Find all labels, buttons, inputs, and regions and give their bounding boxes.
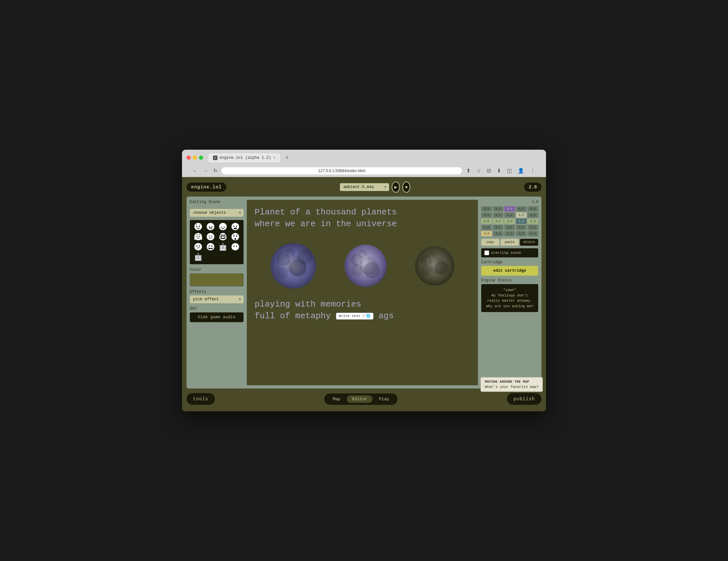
minimize-window-button[interactable] xyxy=(193,156,197,160)
paste-button[interactable]: paste xyxy=(501,239,519,246)
back-button[interactable]: ← xyxy=(191,167,199,175)
emoji-item[interactable]: 😤 xyxy=(192,233,203,242)
tools-button[interactable]: tools xyxy=(187,393,215,405)
share-button[interactable]: ⬆ xyxy=(465,167,472,175)
reload-button[interactable]: ↻ xyxy=(212,167,219,175)
scene-cell-4-1[interactable]: 4,1 xyxy=(493,231,504,236)
hide-audio-button[interactable]: hide game audio xyxy=(190,312,244,322)
scene-cell-4-4[interactable]: 4,4 xyxy=(527,231,538,236)
scene-cell-4-2[interactable]: 4,2 xyxy=(504,231,515,236)
new-tab-button[interactable]: + xyxy=(283,153,292,162)
planet-2[interactable] xyxy=(344,245,387,287)
emoji-item[interactable]: 😑 xyxy=(205,233,216,242)
color-preview[interactable] xyxy=(190,274,244,286)
audio-controls: ambient-5.m4a ▼ ▶ ■ xyxy=(340,182,410,193)
scene-cell-1-4[interactable]: 1,4 xyxy=(527,213,538,218)
scene-cell-2-3[interactable]: 2,3 xyxy=(516,219,527,224)
bookmark-button[interactable]: ☆ xyxy=(475,167,483,175)
emoji-item[interactable]: 🤓 xyxy=(217,233,229,242)
planet-1[interactable] xyxy=(271,243,316,288)
canvas-line-1: Planet of a thousand planets xyxy=(255,206,470,218)
edit-cartridge-button[interactable]: edit cartridge xyxy=(481,266,538,276)
stop-button[interactable]: ■ xyxy=(402,182,411,193)
emoji-item[interactable]: 😦 xyxy=(230,223,241,232)
scene-cell-1-3[interactable]: 1,3 xyxy=(516,213,527,218)
engine-status-character: *yawn* xyxy=(484,287,535,293)
tooltip-box: MOVING AROUND THE MAP What's your favori… xyxy=(481,377,543,392)
publish-button[interactable]: publish xyxy=(507,393,541,405)
audio-select-wrapper: ambient-5.m4a ▼ xyxy=(340,183,389,191)
profile-button[interactable]: 👤 xyxy=(516,167,526,175)
scene-cell-0-2[interactable]: 0,2 xyxy=(504,206,515,212)
cartridge-section: Cartridge edit cartridge xyxy=(481,260,538,276)
play-button[interactable]: ▶ xyxy=(392,182,400,193)
starting-scene-checkbox[interactable] xyxy=(484,251,489,255)
tab-play[interactable]: Play xyxy=(374,395,394,403)
emoji-item[interactable]: 😕 xyxy=(192,243,203,252)
scene-cell-2-4[interactable]: 2,4 xyxy=(527,219,538,224)
tab-editor[interactable]: Editor xyxy=(347,395,372,403)
copy-button[interactable]: copy xyxy=(481,239,499,246)
scene-cell-4-3[interactable]: 4,3 xyxy=(516,231,527,236)
effects-section: Effects pick effect ▼ xyxy=(190,289,244,303)
effects-dropdown[interactable]: pick effect xyxy=(190,295,244,303)
planet-3[interactable] xyxy=(415,246,454,285)
canvas-area[interactable]: Planet of a thousand planets where we ar… xyxy=(247,200,478,385)
emoji-item[interactable]: 😄 xyxy=(205,243,216,252)
emoji-item[interactable]: 🤖 xyxy=(217,243,229,252)
ost-label: OST xyxy=(190,306,244,311)
emoji-item[interactable]: 😠 xyxy=(205,223,216,232)
tab-map[interactable]: Map xyxy=(328,395,345,403)
action-buttons: copy paste delete xyxy=(481,239,538,246)
write-text-label: Write text / xyxy=(339,314,365,318)
scene-cell-3-1[interactable]: 3,1 xyxy=(493,225,504,230)
scene-cell-0-1[interactable]: 0,1 xyxy=(493,206,504,212)
write-text-popup[interactable]: Write text / 🌐 xyxy=(336,313,373,319)
scene-cell-0-4[interactable]: 0,4 xyxy=(527,206,538,212)
app-header: engine.lol ambient-5.m4a ▼ ▶ ■ 2.0 xyxy=(187,182,541,193)
scene-cell-1-2[interactable]: 1,2 xyxy=(504,213,515,218)
app-logo: engine.lol xyxy=(187,183,226,192)
scene-cell-3-2[interactable]: 3,2 xyxy=(504,225,515,230)
scene-cell-2-2[interactable]: 2,2 xyxy=(504,219,515,224)
extensions-button[interactable]: ⊟ xyxy=(485,167,493,175)
delete-button[interactable]: delete xyxy=(520,239,538,246)
scene-cell-2-1[interactable]: 2,1 xyxy=(493,219,504,224)
sidebar-button[interactable]: ◫ xyxy=(505,167,513,175)
engine-status-label: Engine Status xyxy=(481,278,538,283)
scene-id-label: 4,0 xyxy=(481,200,538,204)
scene-cell-1-0[interactable]: 1,0 xyxy=(481,213,492,218)
scene-grid: 0,0 0,1 0,2 0,3 0,4 1,0 1,1 1,2 1,3 1,4 … xyxy=(481,206,538,236)
effects-select-wrapper: pick effect ▼ xyxy=(190,295,244,303)
canvas-line-3: playing with memories xyxy=(255,298,470,310)
scene-cell-0-0[interactable]: 0,0 xyxy=(481,206,492,212)
scene-cell-3-0[interactable]: 3,0 xyxy=(481,225,492,230)
scene-cell-0-3[interactable]: 0,3 xyxy=(516,206,527,212)
emoji-item[interactable]: 😲 xyxy=(230,233,241,242)
scene-cell-3-4[interactable]: 3,4 xyxy=(527,225,538,230)
maximize-window-button[interactable] xyxy=(199,156,203,160)
emoji-item[interactable]: 🤖 xyxy=(192,253,203,262)
emoji-item[interactable]: 😟 xyxy=(192,223,203,232)
tab-close-button[interactable]: × xyxy=(273,155,275,161)
objects-dropdown[interactable]: choose objects xyxy=(190,209,244,217)
scene-cell-3-3[interactable]: 3,3 xyxy=(516,225,527,230)
audio-track-select[interactable]: ambient-5.m4a xyxy=(340,183,389,191)
scene-header: Editing Scene xyxy=(190,200,244,204)
menu-button[interactable]: ⋮ xyxy=(528,167,537,175)
close-window-button[interactable] xyxy=(187,156,191,160)
browser-tab[interactable]: e engine.lol (alpha 1.2) × xyxy=(208,153,280,162)
nav-tabs: Map Editor Play xyxy=(324,393,398,405)
effects-label: Effects xyxy=(190,289,244,294)
scene-cell-2-0[interactable]: 2,0 xyxy=(481,219,492,224)
color-label: Color xyxy=(190,268,244,272)
forward-button[interactable]: → xyxy=(202,167,209,175)
address-bar[interactable] xyxy=(221,167,462,175)
emoji-item[interactable]: 😶 xyxy=(230,243,241,252)
planets-row xyxy=(247,237,478,295)
planet-3-surface xyxy=(415,246,454,285)
emoji-item[interactable]: 😞 xyxy=(217,223,229,232)
scene-cell-1-1[interactable]: 1,1 xyxy=(493,213,504,218)
scene-cell-4-0[interactable]: 4,0 xyxy=(481,231,492,236)
download-button[interactable]: ⬇ xyxy=(495,167,503,175)
